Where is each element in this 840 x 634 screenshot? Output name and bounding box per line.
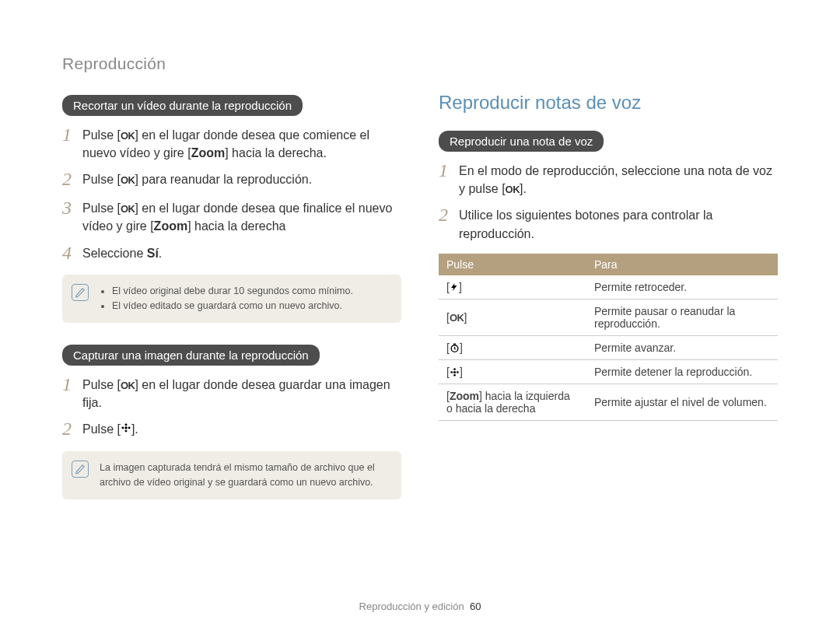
step-2: 2 Utilice los siguientes botones para co… (439, 204, 778, 242)
ok-icon: OK (121, 130, 135, 142)
step-number: 2 (62, 168, 82, 191)
step-1: 1 En el modo de reproducción, seleccione… (439, 159, 778, 198)
svg-point-1 (124, 424, 127, 426)
svg-point-10 (457, 371, 459, 373)
ok-icon: OK (506, 184, 520, 195)
flower-icon (121, 422, 131, 433)
content-columns: Recortar un vídeo durante la reproducció… (62, 95, 778, 521)
pill-trim-video: Recortar un vídeo durante la reproducció… (62, 95, 303, 116)
cell-text: Permite detener la reproducción. (586, 359, 778, 384)
note-icon (72, 461, 89, 478)
cell-text: Permite retroceder. (586, 275, 778, 299)
step-text: Seleccione Sí. (82, 242, 162, 262)
footer-label: Reproducción y edición (359, 601, 464, 612)
table-row: [OK] Permite pausar o reanudar la reprod… (439, 299, 778, 335)
cell-text: Permite avanzar. (586, 335, 778, 359)
step-text: Utilice los siguientes botones para cont… (459, 204, 778, 242)
svg-point-4 (128, 427, 131, 429)
ok-icon: [OK] (446, 311, 467, 324)
step-number: 2 (62, 418, 82, 440)
step-text: Pulse [OK] en el lugar donde desea que f… (82, 197, 401, 235)
voice-steps: 1 En el modo de reproducción, seleccione… (439, 159, 778, 243)
step-number: 3 (62, 197, 82, 219)
step-text: Pulse [OK] para reanudar la reproducción… (82, 168, 312, 188)
step-text: En el modo de reproducción, seleccione u… (459, 159, 778, 198)
step-4: 4 Seleccione Sí. (62, 242, 401, 264)
table-header-pulse: Pulse (439, 254, 586, 275)
controls-table: Pulse Para [] Permite retroceder. [OK] P… (439, 254, 778, 421)
note-box-trim: El vídeo original debe durar 10 segundos… (62, 275, 401, 323)
svg-point-6 (453, 371, 456, 373)
svg-point-9 (450, 371, 453, 373)
ok-icon: OK (121, 174, 135, 186)
table-row: [] Permite retroceder. (439, 275, 778, 299)
table-row: [Zoom] hacia la izquierda o hacia la der… (439, 384, 778, 420)
step-number: 1 (62, 373, 82, 396)
left-column: Recortar un vídeo durante la reproducció… (62, 95, 401, 521)
table-header-para: Para (586, 254, 778, 275)
svg-point-8 (453, 374, 456, 377)
capture-image-steps: 1 Pulse [OK] en el lugar donde desea gua… (62, 373, 401, 440)
svg-point-2 (124, 430, 127, 433)
section-title-voice: Reproducir notas de voz (439, 92, 778, 114)
svg-point-3 (121, 427, 124, 429)
cell-text: Permite pausar o reanudar la reproducció… (586, 299, 778, 335)
flash-icon: [] (446, 281, 462, 293)
cell-zoom: [Zoom] hacia la izquierda o hacia la der… (439, 384, 586, 420)
svg-point-7 (453, 368, 456, 370)
note-bullet: El vídeo editado se guardará como un nue… (112, 299, 390, 313)
table-row: [] Permite detener la reproducción. (439, 359, 778, 384)
page-number: 60 (470, 601, 481, 612)
trim-video-steps: 1 Pulse [OK] en el lugar donde desea que… (62, 124, 401, 264)
step-1: 1 Pulse [OK] en el lugar donde desea gua… (62, 373, 401, 412)
step-number: 4 (62, 242, 82, 264)
note-bullet: El vídeo original debe durar 10 segundos… (112, 284, 390, 299)
pill-capture-image: Capturar una imagen durante la reproducc… (62, 345, 320, 366)
table-row: [] Permite avanzar. (439, 335, 778, 359)
cell-text: Permite ajustar el nivel de volumen. (586, 384, 778, 420)
note-icon (72, 284, 89, 301)
step-text: Pulse []. (82, 418, 138, 438)
ok-icon: OK (121, 203, 135, 215)
flower-icon: [] (446, 366, 463, 378)
step-3: 3 Pulse [OK] en el lugar donde desea que… (62, 197, 401, 235)
right-column: Reproducir notas de voz Reproducir una n… (439, 95, 778, 521)
page-footer: Reproducción y edición 60 (0, 601, 840, 612)
step-2: 2 Pulse [OK] para reanudar la reproducci… (62, 168, 401, 191)
svg-point-0 (124, 426, 128, 429)
step-2: 2 Pulse []. (62, 418, 401, 440)
step-text: Pulse [OK] en el lugar donde desea que c… (82, 124, 401, 162)
step-1: 1 Pulse [OK] en el lugar donde desea que… (62, 124, 401, 162)
page-header: Reproducción (62, 54, 778, 73)
step-number: 1 (439, 159, 459, 182)
step-number: 1 (62, 124, 82, 146)
note-box-capture: La imagen capturada tendrá el mismo tama… (62, 451, 401, 499)
note-text: La imagen capturada tendrá el mismo tama… (100, 462, 375, 488)
step-number: 2 (439, 204, 459, 226)
pill-play-voice: Reproducir una nota de voz (439, 131, 604, 152)
timer-icon: [] (446, 342, 463, 354)
ok-icon: OK (121, 380, 135, 391)
step-text: Pulse [OK] en el lugar donde desea guard… (82, 373, 401, 412)
